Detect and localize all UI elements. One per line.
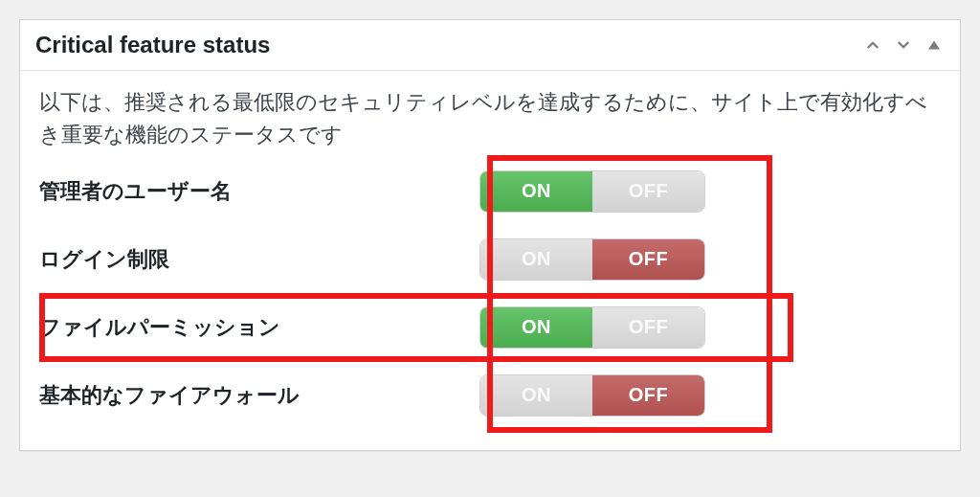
feature-label: ログイン制限: [39, 245, 479, 274]
chevron-up-icon[interactable]: [862, 34, 883, 56]
toggle-basic-firewall[interactable]: ON OFF: [479, 374, 705, 417]
widget-description: 以下は、推奨される最低限のセキュリティレベルを達成するために、サイト上で有効化す…: [39, 86, 941, 151]
toggle-on-label: ON: [480, 171, 592, 212]
toggle-off-label: OFF: [592, 307, 704, 348]
toggle-off-label: OFF: [592, 239, 704, 280]
toggle-on-label: ON: [480, 239, 592, 280]
toggle-on-label: ON: [480, 307, 592, 348]
feature-label: 管理者のユーザー名: [39, 177, 479, 206]
toggle-wrap: ON OFF: [479, 306, 941, 349]
toggle-on-label: ON: [480, 375, 592, 416]
toggle-login-limit[interactable]: ON OFF: [479, 238, 705, 281]
feature-rows: 管理者のユーザー名 ON OFF ログイン制限 ON OFF: [39, 157, 941, 429]
toggle-wrap: ON OFF: [479, 170, 941, 213]
feature-label: 基本的なファイアウォール: [39, 381, 479, 410]
feature-label: ファイルパーミッション: [39, 313, 479, 342]
collapse-triangle-icon[interactable]: [924, 34, 945, 56]
widget-body: 以下は、推奨される最低限のセキュリティレベルを達成するために、サイト上で有効化す…: [20, 71, 960, 450]
toggle-wrap: ON OFF: [479, 374, 941, 417]
widget-controls: [862, 34, 945, 56]
svg-marker-0: [928, 41, 940, 50]
toggle-wrap: ON OFF: [479, 238, 941, 281]
toggle-admin-username[interactable]: ON OFF: [479, 170, 705, 213]
feature-row-login-limit: ログイン制限 ON OFF: [39, 225, 941, 293]
widget-title: Critical feature status: [35, 32, 270, 58]
toggle-file-permission[interactable]: ON OFF: [479, 306, 705, 349]
widget-header: Critical feature status: [20, 20, 960, 71]
chevron-down-icon[interactable]: [893, 34, 914, 56]
toggle-off-label: OFF: [592, 375, 704, 416]
feature-row-file-permission: ファイルパーミッション ON OFF: [39, 293, 941, 361]
toggle-off-label: OFF: [592, 171, 704, 212]
critical-feature-status-widget: Critical feature status 以下は、推奨される最低限のセキュ…: [19, 19, 961, 451]
feature-row-admin-username: 管理者のユーザー名 ON OFF: [39, 157, 941, 225]
feature-row-basic-firewall: 基本的なファイアウォール ON OFF: [39, 361, 941, 429]
